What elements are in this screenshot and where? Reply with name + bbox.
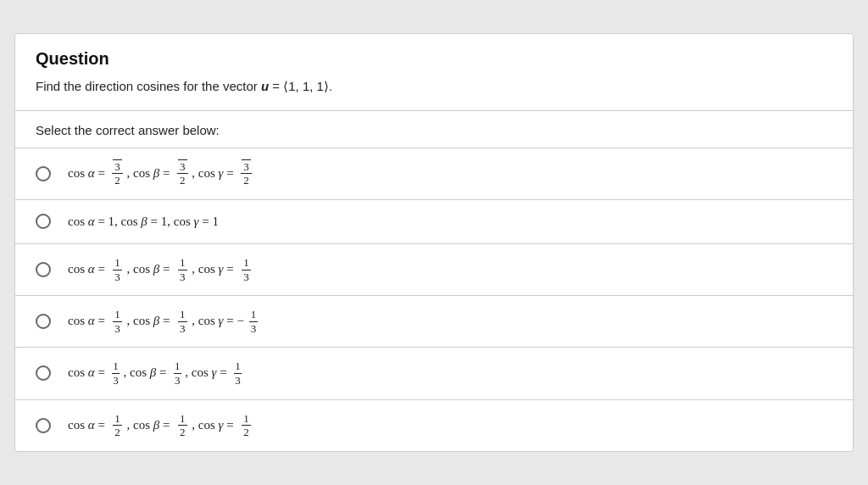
select-section: Select the correct answer below:	[15, 111, 853, 148]
math-expr-5: cos α = 1 3 , cos β = 1 3 , cos γ = 1 3	[68, 360, 242, 387]
radio-button-3[interactable]	[36, 262, 51, 277]
answer-option-2[interactable]: cos α = 1, cos β = 1, cos γ = 1	[15, 200, 853, 244]
radio-button-5[interactable]	[36, 365, 51, 381]
radio-button-2[interactable]	[36, 214, 51, 229]
answer-option-5[interactable]: cos α = 1 3 , cos β = 1 3 , cos γ = 1 3	[15, 348, 853, 399]
select-label: Select the correct answer below:	[36, 123, 220, 137]
question-card: Question Find the direction cosines for …	[14, 33, 854, 451]
question-title: Question	[36, 49, 832, 69]
radio-button-1[interactable]	[36, 166, 51, 181]
question-section: Question Find the direction cosines for …	[15, 34, 853, 111]
math-expr-2: cos α = 1, cos β = 1, cos γ = 1	[68, 215, 219, 229]
math-expr-1: cos α = 3 2 , cos β = 3 2 , cos γ = 3 2	[68, 160, 253, 187]
question-text-prefix: Find the direction cosines for the vecto…	[36, 79, 332, 93]
math-expr-6: cos α = 1 2 , cos β = 1 2 , cos γ = 1 2	[68, 412, 253, 439]
radio-button-4[interactable]	[36, 314, 51, 329]
question-text: Find the direction cosines for the vecto…	[36, 77, 832, 97]
math-expr-3: cos α = 1 3 , cos β = 1 3 , cos γ = 1 3	[68, 256, 253, 283]
answer-option-3[interactable]: cos α = 1 3 , cos β = 1 3 , cos γ = 1 3	[15, 244, 853, 296]
answer-option-4[interactable]: cos α = 1 3 , cos β = 1 3 , cos γ = − 1 …	[15, 296, 853, 348]
radio-button-6[interactable]	[36, 418, 51, 433]
math-expr-4: cos α = 1 3 , cos β = 1 3 , cos γ = − 1 …	[68, 308, 259, 335]
answer-option-1[interactable]: cos α = 3 2 , cos β = 3 2 , cos γ = 3 2	[15, 148, 853, 200]
answer-option-6[interactable]: cos α = 1 2 , cos β = 1 2 , cos γ = 1 2	[15, 400, 853, 451]
